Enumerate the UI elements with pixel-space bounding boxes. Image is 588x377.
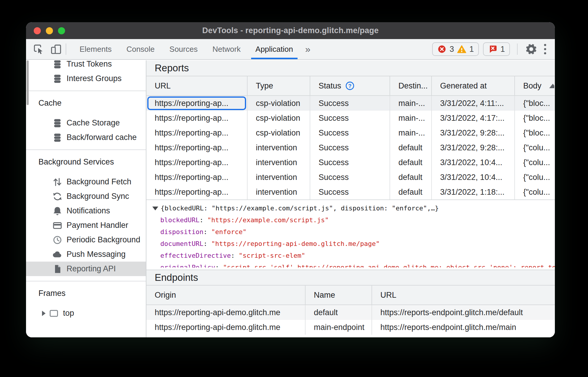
cell-status[interactable]: Success: [310, 140, 390, 155]
cell-generated-at[interactable]: 3/31/2022, 10:4...: [432, 170, 515, 185]
column-header-body[interactable]: Body: [515, 76, 554, 95]
cell-body[interactable]: {"bloc...: [515, 125, 554, 140]
issues-button[interactable]: 1: [483, 42, 510, 56]
cell-endpoint-url[interactable]: https://reports-endpoint.glitch.me/main: [372, 320, 554, 335]
cell-generated-at[interactable]: 3/31/2022, 1:18:...: [432, 185, 515, 199]
panel-tab[interactable]: Sources: [162, 39, 205, 59]
sidebar-entry[interactable]: top: [26, 306, 146, 320]
column-header-name[interactable]: Name: [306, 286, 372, 304]
sidebar-entry[interactable]: Interest Groups: [26, 71, 146, 86]
column-header-type[interactable]: Type: [248, 76, 310, 95]
column-header-status[interactable]: Status ?: [310, 76, 390, 95]
panel-tab[interactable]: Elements: [72, 39, 119, 59]
cell-generated-at[interactable]: 3/31/2022, 9:28:...: [432, 125, 515, 140]
cell-url[interactable]: https://reporting-ap...: [146, 170, 248, 185]
cell-status[interactable]: Success: [310, 185, 390, 199]
report-row[interactable]: https://reporting-ap... csp-violation Su…: [146, 111, 555, 125]
cell-generated-at[interactable]: 3/31/2022, 4:17:...: [432, 111, 515, 125]
notifications-icon: [52, 206, 63, 216]
zoom-window-button[interactable]: [58, 27, 65, 34]
kebab-menu-icon[interactable]: [542, 43, 548, 56]
settings-gear-icon[interactable]: [525, 43, 538, 56]
cell-type[interactable]: csp-violation: [248, 111, 310, 125]
cell-body[interactable]: {"bloc...: [515, 111, 554, 125]
cell-type[interactable]: csp-violation: [248, 96, 310, 111]
background-sync-icon: [52, 191, 63, 202]
sidebar-entry[interactable]: Reporting API: [26, 262, 146, 276]
cell-body[interactable]: {"colu...: [515, 140, 554, 155]
cell-destination[interactable]: default: [390, 140, 432, 155]
endpoint-row[interactable]: https://reporting-api-demo.glitch.me mai…: [146, 320, 555, 335]
cell-origin[interactable]: https://reporting-api-demo.glitch.me: [146, 320, 306, 335]
disclosure-triangle-icon[interactable]: [42, 311, 46, 316]
minimize-window-button[interactable]: [46, 27, 53, 34]
cell-status[interactable]: Success: [310, 170, 390, 185]
sidebar-scrollbar[interactable]: [27, 60, 29, 105]
cell-type[interactable]: csp-violation: [248, 125, 310, 140]
cell-destination[interactable]: default: [390, 170, 432, 185]
cell-destination[interactable]: default: [390, 185, 432, 199]
cell-url[interactable]: https://reporting-ap...: [146, 125, 248, 140]
sidebar-entry[interactable]: Back/forward cache: [26, 130, 146, 145]
cell-generated-at[interactable]: 3/31/2022, 10:4...: [432, 155, 515, 170]
column-header-generated[interactable]: Generated at: [432, 76, 515, 95]
cell-type[interactable]: intervention: [248, 185, 310, 199]
cell-endpoint-url[interactable]: https://reports-endpoint.glitch.me/defau…: [372, 305, 554, 320]
close-window-button[interactable]: [34, 27, 41, 34]
cell-url[interactable]: https://reporting-ap...: [146, 96, 248, 111]
status-help-icon[interactable]: ?: [345, 81, 355, 91]
cell-name[interactable]: main-endpoint: [306, 320, 372, 335]
cell-body[interactable]: {"bloc...: [515, 96, 554, 111]
report-row[interactable]: https://reporting-ap... intervention Suc…: [146, 140, 555, 155]
column-header-url[interactable]: URL: [146, 76, 248, 95]
sidebar-entry[interactable]: Periodic Background: [26, 233, 146, 247]
cell-generated-at[interactable]: 3/31/2022, 4:11:...: [432, 96, 515, 111]
sidebar-entry[interactable]: Push Messaging: [26, 247, 146, 262]
cell-origin[interactable]: https://reporting-api-demo.glitch.me: [146, 305, 306, 320]
panel-tab[interactable]: Application: [248, 39, 301, 59]
report-row[interactable]: https://reporting-ap... intervention Suc…: [146, 185, 555, 199]
column-header-destination[interactable]: Destin...: [390, 76, 432, 95]
sidebar-entry[interactable]: Background Sync: [26, 189, 146, 204]
cell-type[interactable]: intervention: [248, 170, 310, 185]
endpoint-row[interactable]: https://reporting-api-demo.glitch.me def…: [146, 305, 555, 320]
inspect-element-icon[interactable]: [32, 43, 45, 56]
cell-status[interactable]: Success: [310, 125, 390, 140]
cell-destination[interactable]: default: [390, 155, 432, 170]
cell-body[interactable]: {"colu...: [515, 185, 554, 199]
report-row[interactable]: https://reporting-ap... csp-violation Su…: [146, 96, 555, 111]
cell-destination[interactable]: main-...: [390, 96, 432, 111]
column-header-origin[interactable]: Origin: [146, 286, 306, 304]
expand-triangle-icon[interactable]: [152, 207, 158, 210]
sidebar-entry[interactable]: Notifications: [26, 204, 146, 218]
cell-destination[interactable]: main-...: [390, 125, 432, 140]
cell-type[interactable]: intervention: [248, 155, 310, 170]
cell-status[interactable]: Success: [310, 111, 390, 125]
cell-body[interactable]: {"colu...: [515, 170, 554, 185]
cell-status[interactable]: Success: [310, 96, 390, 111]
cell-url[interactable]: https://reporting-ap...: [146, 140, 248, 155]
cell-url[interactable]: https://reporting-ap...: [146, 111, 248, 125]
sidebar-entry[interactable]: Background Fetch: [26, 175, 146, 189]
report-row[interactable]: https://reporting-ap... intervention Suc…: [146, 155, 555, 170]
cell-url[interactable]: https://reporting-ap...: [146, 185, 248, 199]
device-toolbar-icon[interactable]: [50, 43, 63, 56]
cell-name[interactable]: default: [306, 305, 372, 320]
sidebar-entry[interactable]: Payment Handler: [26, 218, 146, 233]
report-row[interactable]: https://reporting-ap... csp-violation Su…: [146, 125, 555, 140]
console-summary-button[interactable]: 3 1: [432, 42, 479, 56]
cell-generated-at[interactable]: 3/31/2022, 9:28:...: [432, 140, 515, 155]
cell-url[interactable]: https://reporting-ap...: [146, 155, 248, 170]
sidebar-entry[interactable]: Trust Tokens: [26, 60, 146, 71]
sidebar-entry[interactable]: Cache Storage: [26, 116, 146, 130]
more-tabs-button[interactable]: »: [301, 39, 315, 59]
panel-tab[interactable]: Console: [119, 39, 162, 59]
cell-destination[interactable]: main-...: [390, 111, 432, 125]
panel-tab[interactable]: Network: [205, 39, 248, 59]
report-row[interactable]: https://reporting-ap... intervention Suc…: [146, 170, 555, 185]
column-header-endpoint-url[interactable]: URL: [372, 286, 554, 304]
cell-status[interactable]: Success: [310, 155, 390, 170]
cell-type[interactable]: intervention: [248, 140, 310, 155]
report-body-preview[interactable]: {blockedURL: "https://example.com/script…: [146, 202, 555, 214]
cell-body[interactable]: {"colu...: [515, 155, 554, 170]
